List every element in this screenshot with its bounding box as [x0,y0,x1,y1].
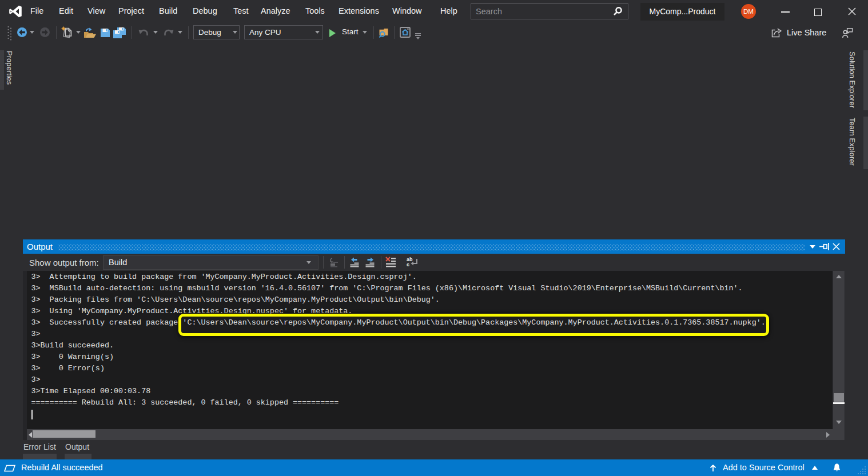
svg-text:c: c [407,262,409,267]
